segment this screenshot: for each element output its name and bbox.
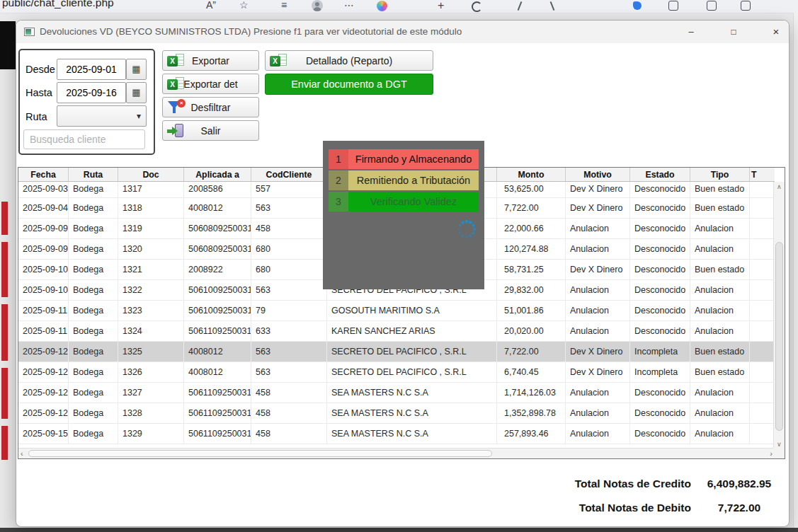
table-row[interactable]: 2025-09-15Bodega13295061109250031...458S… <box>18 424 775 444</box>
detallado-reparto-button[interactable]: X Detallado (Reparto) <box>265 50 433 71</box>
table-cell: Dev X Dinero <box>566 198 630 218</box>
table-cell: Desconocido <box>630 198 690 218</box>
hscroll-thumb[interactable] <box>28 450 492 457</box>
refresh-arc-icon[interactable] <box>472 1 482 12</box>
table-cell: 5060809250031... <box>184 219 251 238</box>
table-cell: 633 <box>251 321 327 341</box>
column-header-aplicada[interactable]: Aplicada a <box>184 168 251 181</box>
table-cell: 51,001.86 <box>497 301 566 320</box>
table-cell: Buen estado <box>690 182 750 197</box>
browser-essentials-icon[interactable] <box>633 1 642 10</box>
browser-page-scrollbar[interactable] <box>793 13 798 532</box>
column-header-motivo[interactable]: Motivo <box>566 168 630 181</box>
desfiltrar-label: Desfiltrar <box>163 98 258 117</box>
scroll-down-icon[interactable]: ∨ <box>777 441 782 448</box>
salir-button[interactable]: Salir <box>162 120 259 141</box>
column-header-fecha[interactable]: Fecha <box>18 168 69 181</box>
hasta-date-input[interactable] <box>57 82 126 103</box>
table-cell: Dev X Dinero <box>566 342 630 362</box>
column-header-doc[interactable]: Doc <box>118 168 184 181</box>
table-cell: Anulacion <box>690 280 750 300</box>
column-header-estado[interactable]: Estado <box>630 168 690 181</box>
table-cell: Bodega <box>69 219 118 238</box>
favorites-star-icon[interactable]: ☆ <box>239 0 249 11</box>
table-row[interactable]: 2025-09-11Bodega13245061109250031...633K… <box>18 321 775 342</box>
table-cell: Bodega <box>69 198 118 218</box>
table-cell: 1320 <box>118 239 184 259</box>
toolbar-square-icon[interactable] <box>668 1 678 11</box>
titlebar[interactable]: Devoluciones VD (BEYCO SUMINISTROS LTDA)… <box>16 21 789 43</box>
table-cell: Dev X Dinero <box>566 260 630 279</box>
read-aloud-icon[interactable]: A” <box>206 0 216 11</box>
table-cell: 1319 <box>118 219 184 238</box>
table-cell: 2025-09-10 <box>18 260 69 279</box>
calendar-icon: ▦ <box>132 87 140 98</box>
loading-spinner <box>456 219 477 240</box>
step-number: 2 <box>329 170 348 190</box>
table-cell: Anulacion <box>690 219 750 238</box>
table-cell: 680 <box>251 239 327 259</box>
table-row[interactable]: 2025-09-11Bodega13235061009250031...79GO… <box>18 301 775 321</box>
table-cell <box>750 424 775 444</box>
exportar-button[interactable]: X Exportar <box>162 50 259 71</box>
ruta-label: Ruta <box>25 111 47 122</box>
ruta-combobox[interactable]: ▾ <box>57 105 147 127</box>
minimize-button[interactable]: – <box>680 25 702 38</box>
vscroll-thumb[interactable] <box>775 242 783 431</box>
enviar-dgt-button[interactable]: Enviar documento a DGT <box>265 74 433 95</box>
exportar-det-button[interactable]: X Exportar det <box>162 74 259 94</box>
toolbar-square-icon[interactable] <box>741 1 751 11</box>
column-header-ruta[interactable]: Ruta <box>69 168 118 181</box>
table-cell: 257,893.46 <box>497 424 566 444</box>
table-cell: 1318 <box>118 198 184 218</box>
copilot-icon[interactable] <box>377 1 387 11</box>
browser-toolbar: public/chat_cliente.php A” ☆ ≡ ⋯ + <box>0 0 798 13</box>
table-cell: Bodega <box>69 182 118 197</box>
collections-icon[interactable]: ≡ <box>281 0 287 11</box>
table-row[interactable]: 2025-09-12Bodega13264008012563SECRETO DE… <box>18 362 775 383</box>
profile-avatar[interactable] <box>312 0 323 11</box>
table-cell: Bodega <box>69 301 118 320</box>
scroll-right-icon[interactable]: › <box>770 449 773 458</box>
table-row[interactable]: 2025-09-12Bodega13275061109250031...458S… <box>18 383 775 403</box>
column-header-monto[interactable]: Monto <box>497 168 566 181</box>
table-row[interactable]: 2025-09-12Bodega13285061109250031...458S… <box>18 403 775 424</box>
table-row[interactable]: 2025-09-12Bodega13254008012563SECRETO DE… <box>18 342 775 362</box>
address-bar-url[interactable]: public/chat_cliente.php <box>2 0 114 9</box>
plus-icon[interactable]: + <box>438 0 444 12</box>
table-cell: 563 <box>251 342 327 362</box>
desde-calendar-button[interactable]: ▦ <box>126 59 147 80</box>
table-cell: SEA MASTERS N.C S.A <box>327 403 497 423</box>
table-cell: 2008922 <box>184 260 251 279</box>
table-cell: 7,722.00 <box>497 198 566 218</box>
column-header-tipo[interactable]: Tipo <box>690 168 750 181</box>
table-cell: 5061109250031... <box>184 321 251 341</box>
vertical-scrollbar[interactable]: ∧ ∨ <box>773 182 785 449</box>
table-cell: 29,832.00 <box>497 280 566 300</box>
desde-date-input[interactable] <box>57 59 126 80</box>
status-step-2: 2 Remitiendo a Tributación <box>329 170 479 190</box>
desfiltrar-button[interactable]: × Desfiltrar <box>162 97 259 117</box>
maximize-button[interactable]: □ <box>723 25 744 38</box>
hasta-calendar-button[interactable]: ▦ <box>126 82 147 103</box>
table-cell: 563 <box>251 362 327 382</box>
table-cell: Buen estado <box>690 198 750 218</box>
column-header-codcliente[interactable]: CodCliente <box>251 168 327 181</box>
table-cell <box>750 301 775 320</box>
toolbar-square-icon[interactable] <box>707 1 717 11</box>
table-cell: 458 <box>251 424 327 444</box>
total-credito-label: Total Notas de Credito <box>496 477 691 491</box>
table-cell: 1324 <box>118 321 184 341</box>
horizontal-scrollbar[interactable]: ‹ › <box>18 448 775 458</box>
browser-menu-ellipsis-icon[interactable]: ⋯ <box>344 0 354 11</box>
table-cell <box>750 219 775 238</box>
column-header-partial[interactable]: T <box>750 168 775 181</box>
busqueda-cliente-input[interactable] <box>23 129 145 149</box>
app-icon-fill <box>25 29 31 35</box>
total-debito-value: 7,722.00 <box>695 501 784 515</box>
table-cell: 563 <box>251 280 327 300</box>
scroll-left-icon[interactable]: ‹ <box>21 449 23 458</box>
total-debito-row: Total Notas de Debito 7,722.00 <box>496 501 784 515</box>
close-button[interactable]: × <box>765 25 787 38</box>
scroll-up-icon[interactable]: ∧ <box>777 183 782 190</box>
